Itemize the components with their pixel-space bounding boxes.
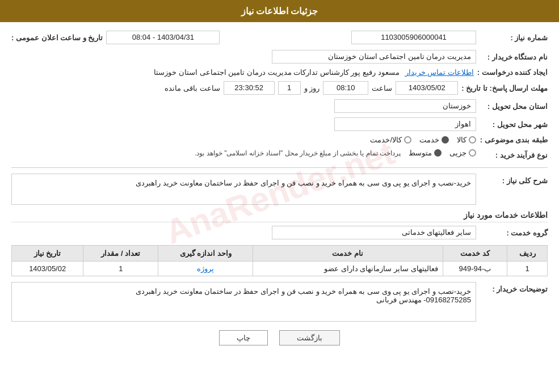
process-desc: پرداخت تمام یا بخشی از مبلغ خریدار محل "… <box>195 149 401 157</box>
col-header-date: تاریخ نیاز <box>12 246 83 262</box>
deadline-remaining-label: ساعت باقی مانده <box>165 84 220 92</box>
deadline-time-label: ساعت <box>372 84 392 92</box>
cell-unit: پروژه <box>158 262 253 276</box>
col-header-unit: واحد اندازه گیری <box>158 246 253 262</box>
page-header: جزئیات اطلاعات نیاز <box>0 0 559 22</box>
col-header-name: نام خدمت <box>253 246 443 262</box>
buyer-org-value: مدیریت درمان تامین اجتماعی استان خوزستان <box>272 50 476 64</box>
table-row: 1 ب-94-949 فعالیتهای سایر سازمانهای دارا… <box>12 262 548 276</box>
need-number-label: شماره نیاز : <box>480 33 548 42</box>
services-section-title: اطلاعات خدمات مورد نیاز <box>11 210 548 222</box>
process-motavasset-option[interactable]: متوسط <box>409 149 442 157</box>
category-radio-group: کالا خدمت کالا/خدمت <box>370 136 476 144</box>
delivery-province-value: خوزستان <box>334 99 476 113</box>
deadline-time: 08:10 <box>323 81 368 95</box>
category-kala-label: کالا <box>457 136 466 144</box>
back-button[interactable]: بازگشت <box>279 330 340 345</box>
category-kala-khedmat-radio[interactable] <box>404 136 411 144</box>
cell-row-num: 1 <box>507 262 548 276</box>
announce-datetime-value: 1403/04/31 - 08:04 <box>106 31 220 44</box>
need-number-value: 1103005906000041 <box>351 31 476 44</box>
process-jazbi-label: جزیی <box>449 149 466 157</box>
cell-date: 1403/05/02 <box>12 262 83 276</box>
buyer-desc-label: توضیحات خریدار : <box>480 282 548 293</box>
category-khedmat-radio[interactable] <box>442 136 449 144</box>
process-label: نوع فرآیند خرید : <box>480 151 548 159</box>
buyer-org-label: نام دستگاه خریدار : <box>480 53 548 61</box>
delivery-province-label: استان محل تحویل : <box>480 102 548 111</box>
process-motavasset-radio[interactable] <box>434 149 442 157</box>
cell-code: ب-94-949 <box>443 262 507 276</box>
delivery-city-label: شهر محل تحویل : <box>480 120 548 129</box>
creator-value: مسعود رفیع پور کارشناس تدارکات مدیریت در… <box>154 68 399 77</box>
category-kala-radio[interactable] <box>469 136 476 144</box>
need-summary-value: خرید-نصب و اجرای یو پی وی سی به همراه خر… <box>11 174 476 205</box>
creator-contact-link[interactable]: اطلاعات تماس خریدار <box>405 68 474 77</box>
bottom-buttons: بازگشت چاپ <box>11 330 548 354</box>
page-title: جزئیات اطلاعات نیاز <box>241 6 318 16</box>
deadline-days: 1 <box>278 81 301 95</box>
deadline-date: 1403/05/02 <box>396 81 458 95</box>
category-label: طبقه بندی موضوعی : <box>480 136 548 144</box>
delivery-city-value: اهواز <box>334 117 476 131</box>
buyer-desc-value: خرید-نصب و اجرای یو پی وی سی به همراه خر… <box>11 282 476 322</box>
print-button[interactable]: چاپ <box>219 330 268 345</box>
category-kala-option[interactable]: کالا <box>457 136 476 144</box>
service-group-value: سایر فعالیتهای خدماتی <box>272 226 476 239</box>
creator-label: ایجاد کننده درخواست : <box>477 68 548 77</box>
cell-name: فعالیتهای سایر سازمانهای دارای عضو <box>253 262 443 276</box>
process-jazbi-option[interactable]: جزیی <box>449 149 476 157</box>
services-table: ردیف کد خدمت نام خدمت واحد اندازه گیری ت… <box>11 245 548 276</box>
process-jazbi-radio[interactable] <box>469 149 476 157</box>
need-summary-label: شرح کلی نیاز : <box>480 174 548 185</box>
service-group-label: گروه خدمت : <box>480 229 548 237</box>
deadline-label: مهلت ارسال پاسخ: تا تاریخ : <box>461 84 548 92</box>
category-kala-khedmat-option[interactable]: کالا/خدمت <box>370 136 411 144</box>
col-header-qty: تعداد / مقدار <box>83 246 158 262</box>
deadline-remaining: 23:30:52 <box>224 81 275 95</box>
cell-qty: 1 <box>83 262 158 276</box>
col-header-row: ردیف <box>507 246 548 262</box>
deadline-days-label: روز و <box>304 84 320 92</box>
category-khedmat-label: خدمت <box>419 136 439 144</box>
announce-datetime-label: تاریخ و ساعت اعلان عمومی : <box>11 33 103 42</box>
col-header-code: کد خدمت <box>443 246 507 262</box>
category-kala-khedmat-label: کالا/خدمت <box>370 136 402 144</box>
category-khedmat-option[interactable]: خدمت <box>419 136 449 144</box>
process-motavasset-label: متوسط <box>409 149 432 157</box>
